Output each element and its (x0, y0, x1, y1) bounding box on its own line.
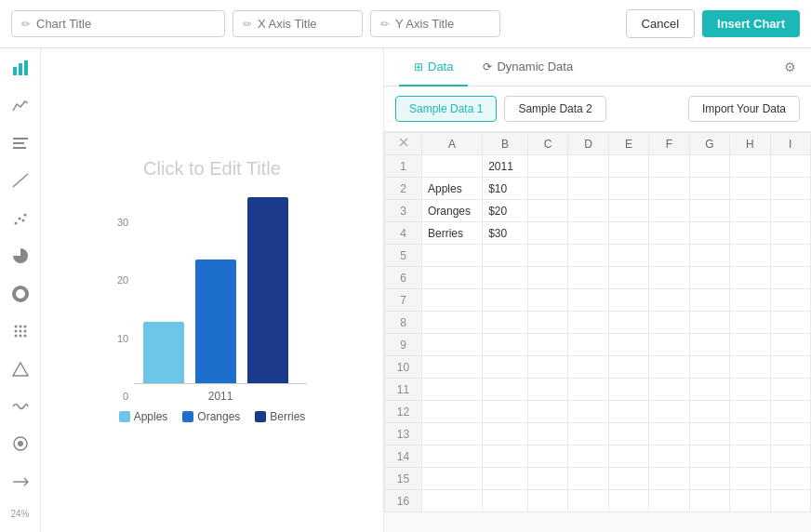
cell-15-i[interactable] (770, 468, 810, 490)
gear-icon[interactable]: ⚙ (784, 48, 796, 86)
cell-7-g[interactable] (689, 289, 729, 312)
cell-2-g[interactable] (689, 178, 729, 200)
cell-13-i[interactable] (770, 423, 810, 446)
cell-10-f[interactable] (649, 356, 689, 379)
cell-11-g[interactable] (689, 379, 729, 401)
cell-14-a[interactable] (422, 446, 483, 468)
cell-11-h[interactable] (730, 379, 770, 401)
x-axis-input[interactable] (258, 17, 352, 31)
sample-data-1-button[interactable]: Sample Data 1 (395, 96, 497, 122)
cell-12-h[interactable] (730, 401, 770, 423)
cell-10-d[interactable] (568, 356, 608, 379)
cell-3-g[interactable] (689, 200, 729, 222)
cell-10-i[interactable] (770, 356, 810, 379)
cell-2-b[interactable]: $10 (483, 178, 528, 200)
cell-15-g[interactable] (689, 468, 729, 490)
cell-10-e[interactable] (608, 356, 648, 379)
cell-10-g[interactable] (689, 356, 729, 379)
cell-15-c[interactable] (527, 468, 567, 490)
cell-4-b[interactable]: $30 (483, 222, 528, 245)
cell-9-g[interactable] (689, 334, 729, 356)
cell-12-e[interactable] (608, 401, 648, 423)
cell-15-e[interactable] (608, 468, 648, 490)
cell-4-h[interactable] (730, 222, 770, 245)
cell-7-i[interactable] (770, 289, 810, 312)
cell-5-i[interactable] (770, 245, 810, 267)
cell-4-c[interactable] (527, 222, 567, 245)
cell-13-g[interactable] (689, 423, 729, 446)
cell-9-a[interactable] (422, 334, 483, 356)
cell-4-i[interactable] (770, 222, 810, 245)
cell-3-a[interactable]: Oranges (422, 200, 483, 222)
cell-2-i[interactable] (770, 178, 810, 200)
cell-16-e[interactable] (608, 490, 648, 512)
cell-7-d[interactable] (568, 289, 608, 312)
cell-9-e[interactable] (608, 334, 648, 356)
cell-12-b[interactable] (483, 401, 528, 423)
cell-16-g[interactable] (689, 490, 729, 512)
cell-1-g[interactable] (689, 155, 729, 178)
cell-6-f[interactable] (649, 267, 689, 289)
cell-3-b[interactable]: $20 (483, 200, 528, 222)
cell-6-b[interactable] (483, 267, 528, 289)
cell-11-i[interactable] (770, 379, 810, 401)
cell-5-c[interactable] (527, 245, 567, 267)
cell-10-h[interactable] (730, 356, 770, 379)
cell-11-a[interactable] (422, 379, 483, 401)
chart-title-placeholder[interactable]: Click to Edit Title (143, 158, 281, 180)
cell-6-e[interactable] (608, 267, 648, 289)
cell-12-i[interactable] (770, 401, 810, 423)
cancel-button[interactable]: Cancel (626, 9, 695, 38)
cell-9-d[interactable] (568, 334, 608, 356)
cell-14-d[interactable] (568, 446, 608, 468)
cell-14-e[interactable] (608, 446, 648, 468)
cell-16-d[interactable] (568, 490, 608, 512)
cell-12-f[interactable] (649, 401, 689, 423)
cell-6-i[interactable] (770, 267, 810, 289)
cell-4-g[interactable] (689, 222, 729, 245)
cell-3-d[interactable] (568, 200, 608, 222)
y-axis-input[interactable] (395, 17, 490, 31)
cell-5-f[interactable] (649, 245, 689, 267)
cell-15-d[interactable] (568, 468, 608, 490)
cell-14-f[interactable] (649, 446, 689, 468)
sample-data-2-button[interactable]: Sample Data 2 (504, 96, 605, 122)
cell-11-f[interactable] (649, 379, 689, 401)
cell-5-e[interactable] (608, 245, 648, 267)
cell-10-b[interactable] (483, 356, 528, 379)
cell-5-b[interactable] (483, 245, 528, 267)
sidebar-item-bar-chart[interactable] (9, 58, 32, 78)
sidebar-item-circle[interactable] (9, 433, 32, 454)
cell-7-b[interactable] (483, 289, 528, 312)
insert-chart-button[interactable]: Insert Chart (702, 10, 800, 37)
cell-5-h[interactable] (730, 245, 770, 267)
cell-12-c[interactable] (527, 401, 567, 423)
cell-6-g[interactable] (689, 267, 729, 289)
cell-14-i[interactable] (770, 446, 810, 468)
cell-11-e[interactable] (608, 379, 648, 401)
cell-7-h[interactable] (730, 289, 770, 312)
cell-13-a[interactable] (422, 423, 483, 446)
cell-6-d[interactable] (568, 267, 608, 289)
sidebar-item-scatter-chart[interactable] (9, 208, 32, 229)
cell-12-d[interactable] (568, 401, 608, 423)
sidebar-item-line-chart[interactable] (9, 170, 32, 191)
cell-8-g[interactable] (689, 312, 729, 334)
cell-15-b[interactable] (483, 468, 528, 490)
cell-8-f[interactable] (649, 312, 689, 334)
cell-11-d[interactable] (568, 379, 608, 401)
cell-8-a[interactable] (422, 312, 483, 334)
cell-4-f[interactable] (649, 222, 689, 245)
cell-13-f[interactable] (649, 423, 689, 446)
cell-5-g[interactable] (689, 245, 729, 267)
cell-14-h[interactable] (730, 446, 770, 468)
cell-1-b[interactable]: 2011 (483, 155, 528, 178)
cell-15-a[interactable] (422, 468, 483, 490)
cell-15-f[interactable] (649, 468, 689, 490)
cell-3-e[interactable] (608, 200, 648, 222)
cell-10-a[interactable] (422, 356, 483, 379)
cell-16-c[interactable] (527, 490, 567, 512)
cell-8-d[interactable] (568, 312, 608, 334)
sidebar-item-area-chart[interactable] (9, 95, 32, 115)
cell-16-h[interactable] (730, 490, 770, 512)
